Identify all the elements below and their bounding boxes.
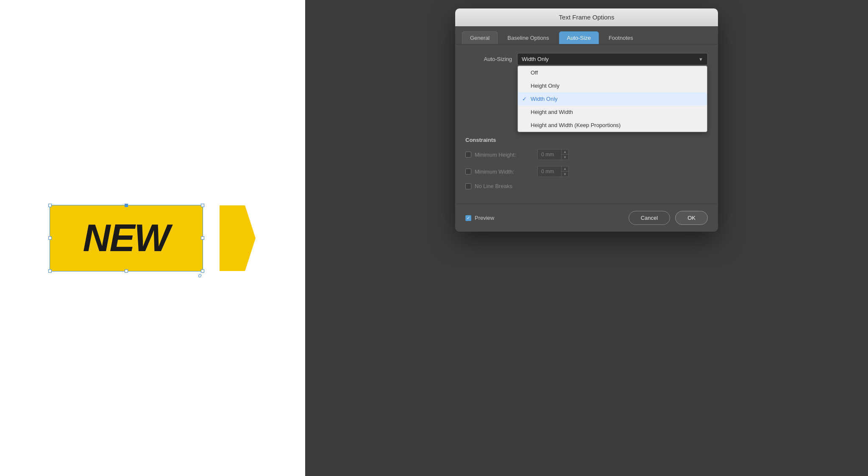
dialog-overlay: Text Frame Options General Baseline Opti… [305, 0, 868, 476]
handle-ml[interactable] [48, 236, 52, 240]
dialog-body: Auto-Sizing Width Only ▼ Off Height Only [455, 44, 718, 204]
handle-bl[interactable] [48, 269, 52, 273]
min-width-row: Minimum Width: 0 mm ▲ ▼ [465, 166, 708, 177]
min-height-checkbox[interactable] [465, 152, 471, 158]
min-width-checkbox-wrapper: Minimum Width: [465, 169, 537, 175]
option-height-width-prop[interactable]: Height and Width (Keep Proportions) [518, 119, 707, 132]
tab-general[interactable]: General [462, 31, 498, 44]
spinner-up-height[interactable]: ▲ [562, 149, 568, 155]
no-line-breaks-checkbox[interactable] [465, 183, 471, 189]
min-height-row: Minimum Height: 0 mm ▲ ▼ [465, 149, 708, 160]
autosizing-label: Auto-Sizing [465, 56, 512, 62]
handle-mt[interactable] [125, 204, 128, 207]
min-height-value: 0 mm [538, 150, 561, 159]
preview-check: ✓ Preview [465, 215, 494, 221]
canvas-text: NEW [83, 216, 170, 260]
preview-label: Preview [475, 215, 494, 221]
autosizing-dropdown-menu: Off Height Only Width Only Height and Wi… [517, 66, 707, 132]
spinner-down-width[interactable]: ▼ [562, 172, 568, 177]
min-height-checkbox-wrapper: Minimum Height: [465, 152, 537, 158]
arrow-shape [220, 205, 256, 271]
option-height-width[interactable]: Height and Width [518, 105, 707, 119]
text-frame: NEW [50, 205, 203, 271]
option-off[interactable]: Off [518, 66, 707, 79]
ok-button[interactable]: OK [675, 211, 708, 225]
autosizing-row: Auto-Sizing Width Only ▼ Off Height Only [465, 53, 708, 65]
handle-tl[interactable] [48, 204, 52, 207]
handle-mr[interactable] [201, 236, 204, 240]
tab-footnotes[interactable]: Footnotes [601, 31, 641, 44]
dialog-footer: ✓ Preview Cancel OK [455, 204, 718, 232]
no-line-breaks-label: No Line Breaks [475, 183, 512, 189]
min-width-label: Minimum Width: [475, 169, 514, 175]
dialog-tabs: General Baseline Options Auto-Size Footn… [455, 26, 718, 44]
dialog-title: Text Frame Options [559, 14, 615, 21]
text-frame-wrapper: NEW o [50, 205, 203, 271]
tab-autosize[interactable]: Auto-Size [559, 31, 599, 44]
autosizing-dropdown[interactable]: Width Only ▼ Off Height Only Width Only [517, 53, 708, 65]
option-width-only[interactable]: Width Only [518, 92, 707, 105]
footer-buttons: Cancel OK [629, 211, 708, 225]
canvas-content: NEW o [50, 205, 256, 271]
tab-baseline[interactable]: Baseline Options [499, 31, 557, 44]
constraints-title: Constraints [465, 137, 708, 143]
overflow-marker: o [198, 272, 202, 279]
svg-marker-0 [220, 205, 256, 271]
min-width-value: 0 mm [538, 167, 561, 176]
no-line-breaks-row: No Line Breaks [465, 183, 708, 189]
dropdown-arrow-icon: ▼ [698, 57, 703, 62]
spinner-arrows-width: ▲ ▼ [561, 166, 568, 177]
spinner-down-height[interactable]: ▼ [562, 155, 568, 160]
min-height-label: Minimum Height: [475, 152, 516, 158]
min-width-checkbox[interactable] [465, 169, 471, 174]
spinner-arrows-height: ▲ ▼ [561, 149, 568, 160]
handle-tr[interactable] [201, 204, 204, 207]
autosizing-selected: Width Only [522, 56, 549, 62]
dialog: Text Frame Options General Baseline Opti… [455, 8, 718, 232]
preview-checkbox[interactable]: ✓ [465, 215, 471, 221]
handle-mb[interactable] [125, 269, 128, 273]
spinner-up-width[interactable]: ▲ [562, 166, 568, 172]
no-line-breaks-wrapper: No Line Breaks [465, 183, 537, 189]
min-height-spinner[interactable]: 0 mm ▲ ▼ [537, 149, 569, 160]
dialog-titlebar: Text Frame Options [455, 8, 718, 26]
canvas-area: NEW o [0, 0, 305, 476]
min-width-spinner[interactable]: 0 mm ▲ ▼ [537, 166, 569, 177]
option-height-only[interactable]: Height Only [518, 79, 707, 92]
cancel-button[interactable]: Cancel [629, 211, 670, 225]
